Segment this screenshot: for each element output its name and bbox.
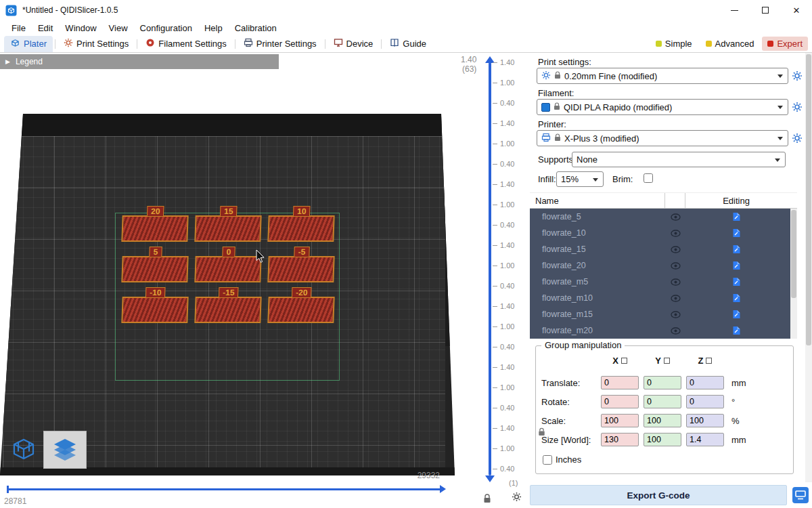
menu-item[interactable]: Configuration: [134, 22, 198, 35]
z-value-field[interactable]: [686, 395, 724, 408]
object-name[interactable]: flowrate_5: [530, 212, 665, 221]
y-value-field[interactable]: [644, 376, 681, 389]
object-name[interactable]: flowrate_10: [530, 228, 665, 238]
edit-layers-icon[interactable]: [685, 326, 787, 335]
print-settings-gear-button[interactable]: [791, 70, 803, 82]
mode-advanced[interactable]: Advanced: [700, 37, 760, 51]
minimize-button[interactable]: [719, 0, 750, 20]
object-row[interactable]: flowrate_m5: [530, 274, 797, 290]
editor-view-button[interactable]: [5, 429, 42, 469]
z-value-field[interactable]: [686, 414, 724, 427]
editing-column-header[interactable]: Editing: [685, 193, 787, 208]
print-settings-combo[interactable]: 0.20mm Fine (modified): [537, 68, 788, 84]
filament-gear-button[interactable]: [791, 101, 803, 113]
flowrate-patch[interactable]: -15: [194, 297, 261, 323]
axis-box-icon[interactable]: [706, 358, 712, 364]
visibility-column-header[interactable]: [665, 193, 685, 208]
hslider-right-arrow-icon[interactable]: [440, 485, 446, 493]
object-row[interactable]: flowrate_5: [530, 209, 797, 225]
edit-layers-icon[interactable]: [685, 277, 787, 287]
3d-viewport[interactable]: 20 15 10 5 0 -5: [0, 53, 455, 508]
axis-box-icon[interactable]: [621, 358, 627, 364]
object-name[interactable]: flowrate_m10: [530, 293, 665, 303]
y-value-field[interactable]: [644, 414, 681, 427]
y-value-field[interactable]: [644, 433, 681, 446]
layer-slider-gear-icon[interactable]: [512, 492, 522, 504]
tab-plater[interactable]: Plater: [4, 36, 53, 52]
supports-combo[interactable]: None: [572, 152, 786, 167]
tab-device[interactable]: Device: [328, 36, 380, 51]
edit-layers-icon[interactable]: [685, 310, 787, 319]
eye-icon[interactable]: [665, 230, 685, 237]
layer-slider-track[interactable]: [489, 62, 491, 475]
filament-combo[interactable]: QIDI PLA Rapido (modified): [537, 99, 788, 115]
flowrate-patch[interactable]: 10: [267, 215, 334, 242]
object-list-scrollbar-thumb[interactable]: [791, 210, 796, 298]
preview-view-button[interactable]: [43, 431, 87, 469]
y-value-field[interactable]: [644, 395, 681, 408]
object-name[interactable]: flowrate_20: [530, 261, 665, 270]
sidebar-scrollbar[interactable]: [805, 53, 812, 482]
object-list-scrollbar[interactable]: [790, 209, 797, 339]
layer-slider-lock-icon[interactable]: [483, 494, 491, 505]
x-value-field[interactable]: [601, 414, 639, 427]
object-row[interactable]: flowrate_m20: [530, 322, 797, 339]
x-value-field[interactable]: [601, 433, 639, 446]
flowrate-patch[interactable]: -10: [121, 297, 188, 323]
menu-item[interactable]: Edit: [32, 22, 59, 35]
close-button[interactable]: ✕: [781, 0, 812, 20]
eye-icon[interactable]: [665, 262, 685, 270]
mode-expert[interactable]: Expert: [762, 37, 808, 51]
edit-layers-icon[interactable]: [685, 261, 787, 270]
flowrate-patch[interactable]: 5: [121, 256, 188, 282]
edit-layers-icon[interactable]: [685, 228, 787, 238]
export-gcode-button[interactable]: Export G-code: [530, 485, 787, 505]
tab-filament-settings[interactable]: Filament Settings: [139, 36, 232, 51]
layer-slider-lower-handle[interactable]: [485, 475, 495, 482]
object-name[interactable]: flowrate_m20: [530, 326, 665, 335]
x-value-field[interactable]: [601, 376, 639, 389]
menu-item[interactable]: View: [103, 22, 134, 35]
brim-checkbox[interactable]: [644, 173, 653, 183]
tab-print-settings[interactable]: Print Settings: [58, 36, 135, 51]
eye-icon[interactable]: [665, 327, 685, 335]
flowrate-patch[interactable]: -5: [267, 256, 334, 282]
printer-gear-button[interactable]: [791, 132, 803, 144]
z-value-field[interactable]: [686, 376, 724, 389]
tab-printer-settings[interactable]: Printer Settings: [238, 36, 323, 51]
mode-simple[interactable]: Simple: [650, 37, 698, 51]
flowrate-patch[interactable]: 0: [194, 256, 261, 282]
legend-bar[interactable]: ▶ Legend: [0, 54, 279, 69]
object-row[interactable]: flowrate_m10: [530, 290, 797, 306]
object-row[interactable]: flowrate_10: [530, 225, 797, 241]
menu-item[interactable]: Calibration: [229, 22, 283, 35]
name-column-header[interactable]: Name: [530, 193, 665, 208]
object-row[interactable]: flowrate_m15: [530, 306, 797, 322]
edit-layers-icon[interactable]: [685, 293, 787, 303]
maximize-button[interactable]: [750, 0, 781, 20]
edit-layers-icon[interactable]: [685, 245, 787, 254]
eye-icon[interactable]: [665, 213, 685, 221]
z-value-field[interactable]: [686, 433, 724, 446]
object-row[interactable]: flowrate_20: [530, 257, 797, 274]
uniform-scale-lock-icon[interactable]: [538, 427, 545, 438]
edit-layers-icon[interactable]: [685, 212, 787, 221]
sidebar-scrollbar-thumb[interactable]: [806, 54, 811, 345]
menu-item[interactable]: Window: [59, 22, 102, 35]
object-name[interactable]: flowrate_15: [530, 245, 665, 254]
inches-checkbox[interactable]: [543, 455, 552, 465]
menu-item[interactable]: Help: [198, 22, 229, 35]
axis-box-icon[interactable]: [664, 358, 670, 364]
flowrate-patch[interactable]: 15: [194, 215, 261, 242]
eye-icon[interactable]: [665, 246, 685, 253]
object-name[interactable]: flowrate_m5: [530, 277, 665, 287]
infill-combo[interactable]: 15%: [556, 171, 604, 187]
horizontal-move-slider[interactable]: [7, 488, 441, 490]
flowrate-patch[interactable]: 20: [121, 215, 188, 242]
eye-icon[interactable]: [665, 311, 685, 318]
printer-combo[interactable]: X-Plus 3 (modified): [537, 130, 788, 146]
tab-guide[interactable]: Guide: [384, 36, 432, 51]
menu-item[interactable]: File: [5, 22, 32, 35]
eye-icon[interactable]: [665, 295, 685, 302]
object-name[interactable]: flowrate_m15: [530, 310, 665, 319]
